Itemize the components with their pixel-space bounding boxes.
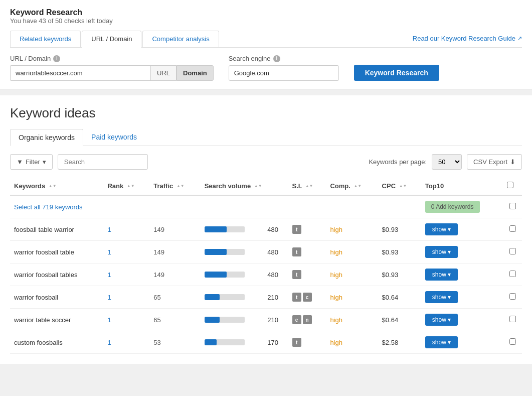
show-button[interactable]: show ▾ xyxy=(425,246,458,258)
page-subtitle: You have 43 of 50 checks left today xyxy=(10,17,522,25)
show-cell: show ▾ xyxy=(421,218,503,241)
show-cell: show ▾ xyxy=(421,331,503,354)
si-cell: tc xyxy=(288,286,326,309)
sort-arrows-rank[interactable]: ▲▼ xyxy=(127,184,135,188)
url-input[interactable] xyxy=(10,65,150,81)
keyword-cell: warrior table soccer xyxy=(10,309,103,331)
search-filter-input[interactable] xyxy=(58,154,148,170)
si-badge: t xyxy=(292,293,301,302)
csv-export-button[interactable]: CSV Export ⬇ xyxy=(467,154,522,170)
filter-chevron-icon: ▾ xyxy=(43,158,46,166)
si-badge: c xyxy=(303,293,312,302)
show-button[interactable]: show ▾ xyxy=(425,291,458,303)
sort-arrows-si[interactable]: ▲▼ xyxy=(305,184,313,188)
sort-arrows-volume[interactable]: ▲▼ xyxy=(254,184,262,188)
cpc-cell: $2.58 xyxy=(378,331,421,354)
page-title: Keyword Research xyxy=(10,8,522,17)
si-cell: t xyxy=(288,218,326,241)
row-checkbox[interactable] xyxy=(509,338,516,345)
keyword-cell: custom foosballs xyxy=(10,331,103,354)
col-checkbox xyxy=(503,177,522,195)
volume-bar-cell xyxy=(201,263,264,286)
keyword-research-button[interactable]: Keyword Research xyxy=(354,65,439,81)
sort-arrows-comp[interactable]: ▲▼ xyxy=(353,184,362,188)
search-engine-input[interactable] xyxy=(229,65,339,81)
si-badge: t xyxy=(292,270,301,279)
volume-bar-cell xyxy=(201,286,264,309)
col-search-volume: Search volume ▲▼ xyxy=(201,177,288,195)
domain-type-button[interactable]: Domain xyxy=(176,65,214,81)
si-badge: t xyxy=(292,338,301,347)
si-cell: t xyxy=(288,331,326,354)
comp-cell: high xyxy=(326,241,378,263)
volume-cell: 170 xyxy=(263,331,288,354)
external-link-icon: ↗ xyxy=(517,35,522,42)
main-section: Keyword ideas Organic keywords Paid keyw… xyxy=(0,95,532,364)
traffic-cell: 65 xyxy=(149,309,200,331)
row-checkbox-cell xyxy=(503,309,522,331)
show-button[interactable]: show ▾ xyxy=(425,314,458,326)
show-cell: show ▾ xyxy=(421,263,503,286)
download-icon: ⬇ xyxy=(510,158,515,166)
form-row: URL / Domain i URL Domain Search engine … xyxy=(10,48,522,89)
search-engine-label: Search engine i xyxy=(229,55,339,62)
filter-icon: ▼ xyxy=(17,158,23,166)
row-checkbox[interactable] xyxy=(509,293,516,300)
show-button[interactable]: show ▾ xyxy=(425,269,458,281)
cpc-cell: $0.64 xyxy=(378,286,421,309)
keyword-research-btn-group: Keyword Research xyxy=(354,65,439,81)
section-title: Keyword ideas xyxy=(10,105,522,121)
url-type-button[interactable]: URL xyxy=(150,65,176,81)
keyword-cell: foosball table warrior xyxy=(10,218,103,241)
filter-button[interactable]: ▼ Filter ▾ xyxy=(10,154,53,170)
col-keywords: Keywords ▲▼ xyxy=(10,177,103,195)
traffic-cell: 65 xyxy=(149,286,200,309)
select-all-checkbox[interactable] xyxy=(507,182,513,188)
select-all-link[interactable]: Select all 719 keywords xyxy=(14,203,83,211)
main-tabs: Related keywords URL / Domain Competitor… xyxy=(10,31,220,47)
tab-competitor-analysis[interactable]: Competitor analysis xyxy=(142,31,219,47)
keyword-cell: warrior foosball tables xyxy=(10,263,103,286)
row-checkbox[interactable] xyxy=(509,271,516,277)
volume-bar-cell xyxy=(201,241,264,263)
rank-cell: 1 xyxy=(103,331,149,354)
col-cpc: CPC ▲▼ xyxy=(378,177,421,195)
tab-paid-keywords[interactable]: Paid keywords xyxy=(83,129,145,146)
keyword-cell: warrior foosball xyxy=(10,286,103,309)
sort-arrows-cpc[interactable]: ▲▼ xyxy=(399,184,407,188)
row-checkbox-cell xyxy=(503,286,522,309)
col-traffic: Traffic ▲▼ xyxy=(149,177,200,195)
si-badge: t xyxy=(292,225,301,234)
sort-arrows-keywords[interactable]: ▲▼ xyxy=(49,184,57,188)
url-label: URL / Domain i xyxy=(10,55,214,62)
toolbar: ▼ Filter ▾ Keywords per page: 50 100 200… xyxy=(10,154,522,170)
table-row: warrior foosball table1149 480thigh$0.93… xyxy=(10,241,522,263)
tab-url-domain[interactable]: URL / Domain xyxy=(82,31,141,48)
row-checkbox-cell xyxy=(503,331,522,354)
per-page-select[interactable]: 50 100 200 xyxy=(432,154,462,170)
search-engine-info-icon[interactable]: i xyxy=(273,55,280,62)
rank-cell: 1 xyxy=(103,286,149,309)
tab-related-keywords[interactable]: Related keywords xyxy=(10,31,81,47)
url-info-icon[interactable]: i xyxy=(53,55,60,62)
tab-organic-keywords[interactable]: Organic keywords xyxy=(10,129,83,146)
si-badge: n xyxy=(303,315,312,324)
sort-arrows-traffic[interactable]: ▲▼ xyxy=(176,184,185,188)
table-header-row: Keywords ▲▼ Rank ▲▼ Traffic ▲▼ Search vo… xyxy=(10,177,522,195)
comp-cell: high xyxy=(326,286,378,309)
show-button[interactable]: show ▾ xyxy=(425,223,458,235)
show-button[interactable]: show ▾ xyxy=(425,336,458,348)
guide-link[interactable]: Read our Keyword Research Guide ↗ xyxy=(413,35,522,47)
volume-bar-cell xyxy=(201,218,264,241)
search-engine-form-group: Search engine i xyxy=(229,55,339,81)
show-cell: show ▾ xyxy=(421,309,503,331)
si-cell: t xyxy=(288,241,326,263)
show-cell: show ▾ xyxy=(421,241,503,263)
table-row: warrior table soccer165 210cnhigh$0.64sh… xyxy=(10,309,522,331)
row-checkbox[interactable] xyxy=(509,225,516,232)
row-checkbox[interactable] xyxy=(509,248,516,254)
add-keywords-button[interactable]: 0 Add keywords xyxy=(425,201,480,213)
select-all-row-checkbox[interactable] xyxy=(509,203,516,209)
row-checkbox[interactable] xyxy=(509,316,516,322)
rank-cell: 1 xyxy=(103,241,149,263)
